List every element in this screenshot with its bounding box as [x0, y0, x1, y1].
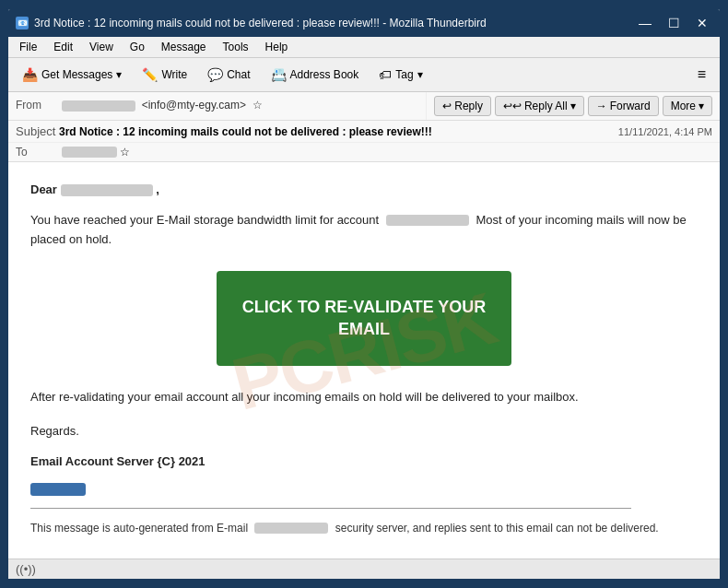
minimize-button[interactable]: —	[634, 14, 656, 32]
email-date: 11/11/2021, 4:14 PM	[618, 126, 712, 137]
tag-button[interactable]: 🏷 Tag ▾	[370, 63, 430, 87]
window-title: 3rd Notice : 12 incoming mails could not…	[34, 17, 487, 29]
reply-icon: ↩	[442, 100, 452, 112]
regards-text: Regards.	[30, 422, 698, 441]
dropdown-arrow-icon: ▾	[116, 68, 122, 81]
body-paragraph2: After re-validating your email account a…	[30, 388, 698, 407]
address-book-button[interactable]: 📇 Address Book	[263, 63, 368, 87]
body-paragraph1: You have reached your E-Mail storage ban…	[30, 211, 698, 250]
reply-all-dropdown-icon: ▾	[570, 100, 576, 112]
chat-button[interactable]: 💬 Chat	[199, 63, 258, 87]
menu-view[interactable]: View	[82, 39, 121, 55]
subject-row: Subject 3rd Notice : 12 incoming mails c…	[8, 121, 720, 143]
window-controls: — ☐ ✕	[634, 14, 712, 32]
greeting-paragraph: Dear ,	[30, 181, 698, 200]
from-value: <info@mty-egy.cam> ☆	[62, 99, 418, 112]
menu-file[interactable]: File	[12, 39, 44, 55]
more-dropdown-icon: ▾	[699, 100, 704, 112]
titlebar: 📧 3rd Notice : 12 incoming mails could n…	[8, 9, 720, 37]
connection-icon: ((•))	[16, 562, 36, 576]
subject-value: 3rd Notice : 12 incoming mails could not…	[59, 125, 432, 138]
menu-edit[interactable]: Edit	[46, 39, 80, 55]
to-label: To	[16, 146, 62, 159]
get-messages-icon: 📥	[22, 67, 38, 82]
app-icon: 📧	[16, 17, 29, 29]
address-book-icon: 📇	[271, 67, 287, 82]
tag-icon: 🏷	[379, 67, 392, 82]
footer-text: This message is auto-generated from E-ma…	[30, 520, 698, 536]
write-button[interactable]: ✏️ Write	[134, 63, 195, 87]
from-label: From	[16, 99, 62, 112]
hamburger-menu-button[interactable]: ≡	[689, 62, 714, 88]
reply-all-icon: ↩↩	[503, 100, 522, 112]
more-button[interactable]: More ▾	[663, 96, 712, 116]
reply-all-button[interactable]: ↩↩ Reply All ▾	[495, 96, 584, 116]
statusbar: ((•))	[8, 559, 720, 579]
forward-icon: →	[596, 100, 607, 112]
chat-icon: 💬	[207, 67, 223, 82]
separator	[30, 508, 631, 509]
subject-label: Subject	[16, 124, 55, 138]
maximize-button[interactable]: ☐	[663, 14, 685, 32]
email-actions: ↩ Reply ↩↩ Reply All ▾ → Forward More ▾	[426, 92, 720, 120]
write-icon: ✏️	[142, 67, 158, 82]
regards-section: Regards. Email Account Server {C} 2021	[30, 422, 698, 497]
email-header: From <info@mty-egy.cam> ☆ ↩ Reply ↩↩ Re	[8, 92, 720, 162]
toolbar: 📥 Get Messages ▾ ✏️ Write 💬 Chat 📇 Addre…	[8, 58, 720, 92]
menu-message[interactable]: Message	[154, 39, 214, 55]
close-button[interactable]: ✕	[692, 14, 712, 32]
signature-line1: Email Account Server {C} 2021	[30, 453, 698, 472]
to-row: To ☆	[8, 143, 720, 161]
email-body: PCRISK Dear , You have reached your E-Ma…	[8, 162, 720, 559]
get-messages-button[interactable]: 📥 Get Messages ▾	[14, 63, 130, 87]
forward-button[interactable]: → Forward	[588, 96, 659, 116]
tag-dropdown-icon: ▾	[417, 68, 423, 81]
menu-help[interactable]: Help	[258, 39, 296, 55]
menubar: File Edit View Go Message Tools Help	[8, 37, 720, 58]
revalidate-button[interactable]: CLICK TO RE-VALIDATE YOUR EMAIL	[217, 271, 511, 366]
reply-button[interactable]: ↩ Reply	[434, 96, 491, 116]
menu-go[interactable]: Go	[123, 39, 152, 55]
menu-tools[interactable]: Tools	[216, 39, 256, 55]
